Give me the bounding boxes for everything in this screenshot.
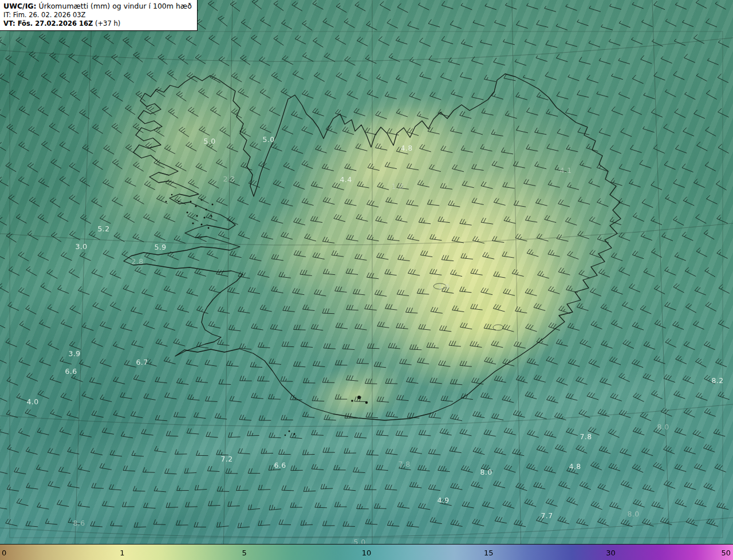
colorbar-tick: 50 xyxy=(721,548,731,557)
init-time: IT: Fim. 26. 02. 2026 03Z xyxy=(3,11,192,19)
valid-time: VT: Fös. 27.02.2026 16Z (+37 h) xyxy=(3,19,192,28)
colorbar-tick: 15 xyxy=(484,548,494,557)
colorbar-tick: 5 xyxy=(242,548,246,557)
map-title: UWC/IG: Úrkomumætti (mm) og vindur í 100… xyxy=(3,2,192,11)
product-code: UWC/IG: xyxy=(3,2,37,10)
colorbar-tick: 1 xyxy=(120,548,124,557)
colorbar-tick: 0 xyxy=(2,548,6,557)
valid-time-offset: (+37 h) xyxy=(93,19,120,27)
product-title-text: Úrkomumætti (mm) og vindur í 100m hæð xyxy=(37,2,192,10)
header-box: UWC/IG: Úrkomumætti (mm) og vindur í 100… xyxy=(0,0,198,31)
colorbar: 01510153050 xyxy=(0,544,733,560)
colorbar-tick: 10 xyxy=(362,548,372,557)
colorbar-tick: 30 xyxy=(606,548,616,557)
weather-map-app: 5.05.02.34.84.41.04.15.23.05.92.81.93.96… xyxy=(0,0,733,560)
wind-barbs-canvas xyxy=(0,0,733,560)
valid-time-bold: VT: Fös. 27.02.2026 16Z xyxy=(3,19,93,27)
